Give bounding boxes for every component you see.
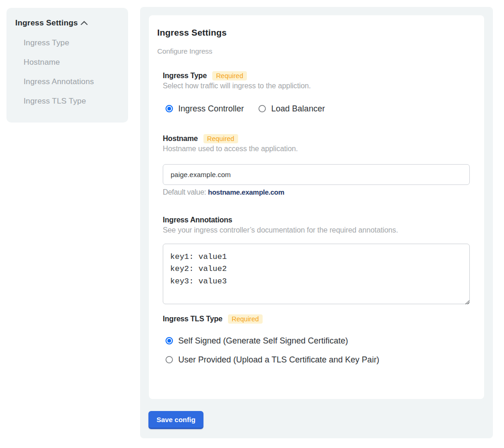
hostname-default-value: hostname.example.com: [208, 188, 284, 196]
sidebar-items: Ingress Type Hostname Ingress Annotation…: [24, 38, 128, 106]
ingress-type-required-badge: Required: [212, 71, 247, 80]
sidebar-group-header[interactable]: Ingress Settings: [15, 18, 128, 28]
ingress-type-description: Select how traffic will ingress to the a…: [163, 81, 470, 91]
chevron-up-icon: [80, 21, 88, 25]
textarea-resize-handle[interactable]: [463, 298, 470, 304]
sidebar-item-ingress-tls-type[interactable]: Ingress TLS Type: [24, 97, 128, 106]
radio-self-signed[interactable]: [166, 337, 173, 344]
ingress-annotations-textarea[interactable]: key1: value1 key2: value2 key3: value3: [163, 244, 470, 304]
form-sections: Ingress TypeRequired Select how traffic …: [163, 71, 470, 365]
save-config-button[interactable]: Save config: [148, 411, 203, 429]
hostname-description: Hostname used to access the application.: [163, 144, 470, 154]
section-ingress-tls-type: Ingress TLS TypeRequired Self Signed (Ge…: [163, 314, 470, 365]
ingress-type-label: Ingress Type: [163, 72, 207, 80]
sidebar-item-hostname[interactable]: Hostname: [24, 58, 128, 67]
card-title: Ingress Settings: [157, 27, 470, 39]
hostname-default-prefix: Default value:: [163, 188, 206, 196]
settings-panel: Ingress Settings Configure Ingress Ingre…: [140, 7, 493, 438]
ingress-tls-type-required-badge: Required: [228, 314, 263, 324]
ingress-type-options: Ingress Controller Load Balancer: [166, 103, 470, 114]
hostname-label: Hostname: [163, 135, 198, 142]
tls-option-user-provided[interactable]: User Provided (Upload a TLS Certificate …: [166, 354, 470, 365]
ingress-tls-type-label: Ingress TLS Type: [163, 315, 222, 323]
section-hostname: HostnameRequired Hostname used to access…: [163, 134, 470, 197]
radio-label-self-signed: Self Signed (Generate Self Signed Certif…: [178, 335, 348, 346]
radio-user-provided[interactable]: [166, 356, 173, 363]
card-subtitle: Configure Ingress: [157, 46, 470, 57]
tls-option-self-signed[interactable]: Self Signed (Generate Self Signed Certif…: [166, 335, 470, 346]
ingress-annotations-description: See your ingress controller’s documentat…: [163, 225, 470, 235]
sidebar-item-ingress-type[interactable]: Ingress Type: [24, 38, 128, 48]
radio-option-load-balancer[interactable]: Load Balancer: [258, 103, 325, 114]
section-ingress-type: Ingress TypeRequired Select how traffic …: [163, 71, 470, 114]
hostname-required-badge: Required: [203, 134, 238, 143]
sidebar: Ingress Settings Ingress Type Hostname I…: [6, 8, 128, 123]
hostname-input[interactable]: [163, 164, 470, 185]
radio-label-user-provided: User Provided (Upload a TLS Certificate …: [178, 354, 380, 365]
radio-label-load-balancer: Load Balancer: [271, 103, 325, 114]
ingress-settings-card: Ingress Settings Configure Ingress Ingre…: [149, 15, 484, 399]
sidebar-group-title: Ingress Settings: [15, 18, 78, 28]
radio-load-balancer[interactable]: [258, 105, 266, 112]
section-ingress-annotations: Ingress Annotations See your ingress con…: [163, 215, 470, 304]
radio-option-ingress-controller[interactable]: Ingress Controller: [166, 103, 244, 114]
hostname-default-line: Default value: hostname.example.com: [163, 187, 470, 197]
sidebar-item-ingress-annotations[interactable]: Ingress Annotations: [24, 77, 128, 86]
radio-label-ingress-controller: Ingress Controller: [178, 103, 244, 114]
radio-ingress-controller[interactable]: [166, 105, 173, 112]
ingress-annotations-label: Ingress Annotations: [163, 216, 232, 224]
